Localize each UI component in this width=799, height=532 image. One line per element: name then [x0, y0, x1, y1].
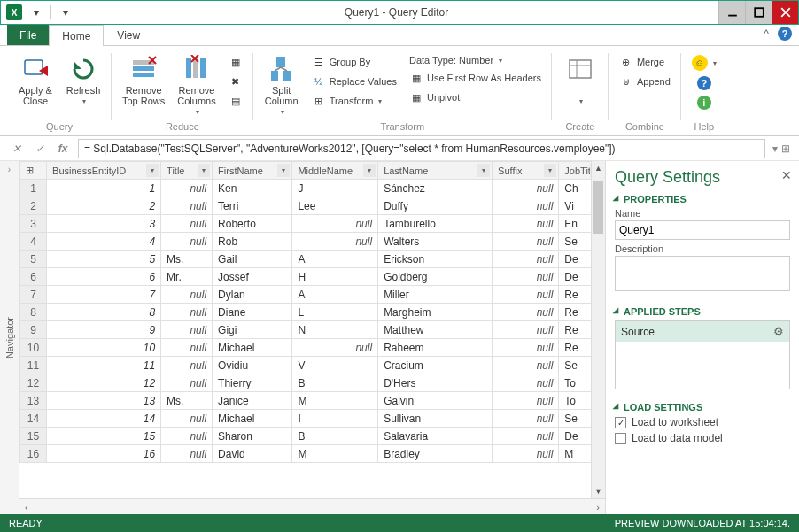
cell[interactable]: null: [161, 410, 213, 428]
column-header[interactable]: FirstName▾: [213, 162, 292, 180]
cell[interactable]: null: [292, 233, 378, 251]
row-number[interactable]: 14: [20, 410, 47, 428]
step-source[interactable]: Source ⚙: [616, 321, 789, 342]
table-row[interactable]: 1010nullMichaelnullRaheemnullRe: [20, 339, 605, 357]
replace-values-button[interactable]: ½Replace Values: [308, 73, 400, 90]
row-number[interactable]: 8: [20, 304, 47, 321]
cell[interactable]: Cracium: [378, 357, 493, 374]
row-number[interactable]: 3: [20, 215, 47, 233]
table-row[interactable]: 1616nullDavidMBradleynullM: [20, 445, 605, 463]
refresh-button[interactable]: Refresh: [62, 53, 105, 107]
cell[interactable]: null: [493, 339, 559, 357]
load-settings-header[interactable]: LOAD SETTINGS: [615, 402, 790, 412]
cell[interactable]: Thierry: [213, 374, 292, 392]
cell[interactable]: Gigi: [213, 321, 292, 339]
cell[interactable]: L: [292, 304, 378, 321]
close-settings-icon[interactable]: ✕: [781, 168, 792, 182]
cell[interactable]: Matthew: [378, 321, 493, 339]
cell[interactable]: Dylan: [213, 286, 292, 304]
row-number[interactable]: 4: [20, 233, 47, 251]
formula-expand-icon[interactable]: ⊞: [781, 143, 790, 155]
query-name-input[interactable]: [615, 220, 790, 240]
cell[interactable]: Roberto: [213, 215, 292, 233]
cell[interactable]: null: [161, 286, 213, 304]
cell[interactable]: N: [292, 321, 378, 339]
cell[interactable]: null: [161, 321, 213, 339]
cell[interactable]: 16: [47, 445, 161, 463]
column-filter-icon[interactable]: ▾: [477, 164, 490, 177]
cell[interactable]: Raheem: [378, 339, 493, 357]
feedback-button[interactable]: ☺: [688, 53, 720, 73]
horizontal-scrollbar[interactable]: ‹›: [19, 498, 605, 514]
help-icon[interactable]: ?: [778, 27, 792, 41]
cell[interactable]: V: [292, 357, 378, 374]
cell[interactable]: null: [493, 268, 559, 286]
cell[interactable]: A: [292, 286, 378, 304]
table-row[interactable]: 66Mr.JossefHGoldbergnullDe: [20, 268, 605, 286]
row-number[interactable]: 11: [20, 357, 47, 374]
first-row-headers-button[interactable]: ▦Use First Row As Headers: [406, 69, 545, 87]
cell[interactable]: Ms.: [161, 251, 213, 268]
cell[interactable]: 13: [47, 392, 161, 410]
transform-button[interactable]: ⊞Transform: [308, 92, 400, 110]
formula-fx-icon[interactable]: fx: [55, 141, 71, 157]
cell[interactable]: Lee: [292, 197, 378, 215]
cell[interactable]: Mr.: [161, 268, 213, 286]
cell[interactable]: null: [493, 321, 559, 339]
query-description-input[interactable]: [615, 256, 790, 291]
row-number[interactable]: 13: [20, 392, 47, 410]
gear-icon[interactable]: ⚙: [773, 325, 784, 338]
cell[interactable]: 9: [47, 321, 161, 339]
cell[interactable]: David: [213, 445, 292, 463]
column-header[interactable]: Suffix▾: [493, 162, 559, 180]
cell[interactable]: 11: [47, 357, 161, 374]
formula-commit-icon[interactable]: ✓: [32, 141, 48, 157]
cell[interactable]: null: [493, 357, 559, 374]
row-number[interactable]: 10: [20, 339, 47, 357]
cell[interactable]: Janice: [213, 392, 292, 410]
cell[interactable]: Goldberg: [378, 268, 493, 286]
column-filter-icon[interactable]: ▾: [544, 164, 556, 177]
cell[interactable]: null: [161, 445, 213, 463]
navigator-pane[interactable]: › Navigator: [0, 161, 19, 514]
cell[interactable]: B: [292, 374, 378, 392]
split-column-button[interactable]: Split Column: [260, 53, 303, 118]
cell[interactable]: Gail: [213, 251, 292, 268]
cell[interactable]: 15: [47, 428, 161, 445]
cell[interactable]: null: [493, 428, 559, 445]
column-header[interactable]: MiddleName▾: [292, 162, 378, 180]
row-number[interactable]: 16: [20, 445, 47, 463]
column-filter-icon[interactable]: ▾: [277, 164, 290, 177]
tab-file[interactable]: File: [7, 25, 49, 45]
table-row[interactable]: 88nullDianeLMargheimnullRe: [20, 304, 605, 321]
table-row[interactable]: 1414nullMichaelISullivannullSe: [20, 410, 605, 428]
cell[interactable]: null: [493, 374, 559, 392]
cell[interactable]: Michael: [213, 410, 292, 428]
cell[interactable]: Walters: [378, 233, 493, 251]
table-row[interactable]: 1515nullSharonBSalavarianullDe: [20, 428, 605, 445]
cell[interactable]: null: [292, 215, 378, 233]
cell[interactable]: Ovidiu: [213, 357, 292, 374]
merge-button[interactable]: ⊕Merge: [616, 53, 674, 71]
qat-dropdown-2[interactable]: ▾: [57, 4, 74, 20]
column-filter-icon[interactable]: ▾: [146, 164, 159, 177]
table-row[interactable]: 1313Ms.JaniceMGalvinnullTo: [20, 392, 605, 410]
append-button[interactable]: ⊎Append: [616, 73, 674, 90]
table-row[interactable]: 11nullKenJSáncheznullCh: [20, 180, 605, 197]
cell[interactable]: Ken: [213, 180, 292, 197]
cell[interactable]: I: [292, 410, 378, 428]
cell[interactable]: null: [493, 180, 559, 197]
load-datamodel-checkbox[interactable]: Load to data model: [615, 432, 790, 444]
group-by-button[interactable]: ☰Group By: [308, 53, 400, 71]
minimize-button[interactable]: [718, 1, 745, 24]
table-corner[interactable]: ⊞: [20, 162, 47, 180]
cell[interactable]: Miller: [378, 286, 493, 304]
cell[interactable]: 5: [47, 251, 161, 268]
cell[interactable]: Rob: [213, 233, 292, 251]
cell[interactable]: null: [493, 286, 559, 304]
cell[interactable]: Sharon: [213, 428, 292, 445]
row-number[interactable]: 7: [20, 286, 47, 304]
column-filter-icon[interactable]: ▾: [198, 164, 210, 177]
cell[interactable]: Michael: [213, 339, 292, 357]
cell[interactable]: Sullivan: [378, 410, 493, 428]
